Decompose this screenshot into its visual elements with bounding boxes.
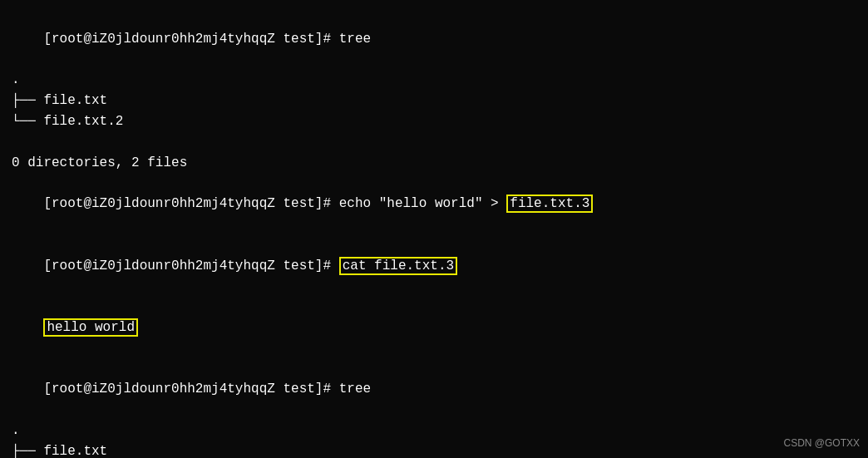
highlight-cat: cat file.txt.3 [339,257,457,275]
prompt-3: [root@iZ0jldounr0hh2mj4tyhqqZ test]# [43,259,338,273]
line-echo: [root@iZ0jldounr0hh2mj4tyhqqZ test]# ech… [12,173,856,234]
line-dot-1: . [12,70,856,91]
prompt-1: [root@iZ0jldounr0hh2mj4tyhqqZ test]# [43,32,338,47]
line-1: [root@iZ0jldounr0hh2mj4tyhqqZ test]# tre… [12,8,856,70]
line-tree-2: [root@iZ0jldounr0hh2mj4tyhqqZ test]# tre… [12,359,856,421]
watermark: CSDN @GOTXX [783,436,860,451]
prompt-4: [root@iZ0jldounr0hh2mj4tyhqqZ test]# [43,382,338,396]
line-file1-b: ├── file.txt [12,441,856,458]
line-file2: └── file.txt.2 [12,111,856,132]
terminal: [root@iZ0jldounr0hh2mj4tyhqqZ test]# tre… [0,0,868,458]
line-dirs-1: 0 directories, 2 files [12,153,856,174]
highlight-hello: hello world [43,318,138,337]
prompt-2: [root@iZ0jldounr0hh2mj4tyhqqZ test]# [43,196,338,211]
line-file1: ├── file.txt [12,91,856,111]
highlight-file3: file.txt.3 [506,195,593,213]
cmd-tree-2: tree [339,382,371,396]
line-cat: [root@iZ0jldounr0hh2mj4tyhqqZ test]# cat… [12,235,856,297]
empty-1 [12,132,856,153]
cmd-echo: echo "hello world" > [339,196,507,211]
line-hello: hello world [12,297,856,358]
cmd-tree-1: tree [339,32,371,47]
line-dot-2: . [12,421,856,441]
